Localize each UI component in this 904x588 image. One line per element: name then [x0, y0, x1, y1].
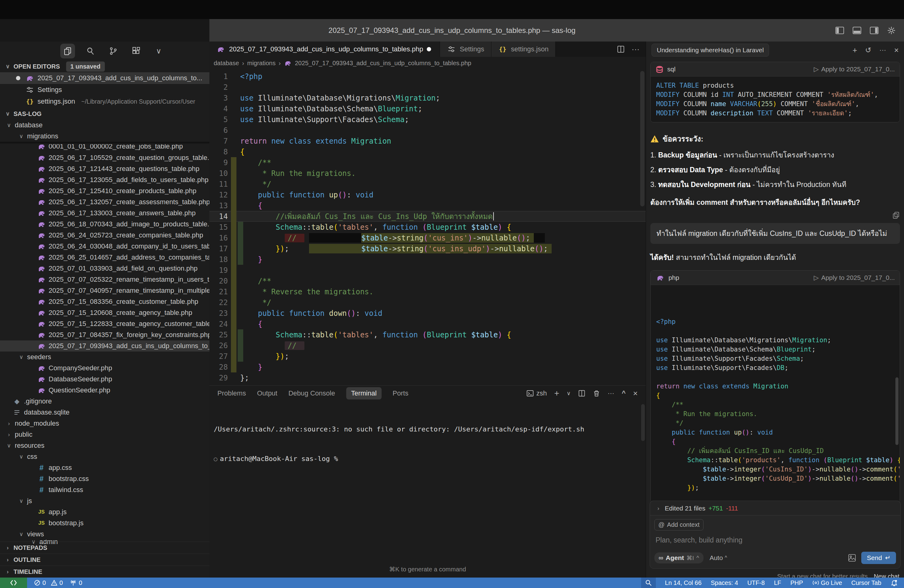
tree-item-2025-07-15-120608-create-agency-table-php[interactable]: 2025_07_15_120608_create_agency_table.ph…	[0, 307, 209, 318]
tree-item-database-sqlite[interactable]: database.sqlite	[0, 407, 209, 418]
code-line-10[interactable]: 10 * Run the migrations.	[209, 168, 646, 179]
tree-item-2025-07-17-093943-add-cus-ins-udp-columns-to-ta-[interactable]: 2025_07_17_093943_add_cus_ins_udp_column…	[0, 340, 209, 351]
apply-button[interactable]: ▷Apply to 2025_07_17_0...	[814, 274, 895, 281]
toggle-bottom-panel-icon[interactable]	[852, 26, 861, 35]
tree-item-app-js[interactable]: JSapp.js	[0, 506, 209, 518]
open-editor-item[interactable]: Settings	[0, 84, 209, 96]
code-line-5[interactable]: 5use Illuminate\Support\Facades\Schema;	[209, 114, 646, 125]
search-icon[interactable]	[83, 44, 98, 58]
apply-button[interactable]: ▷Apply to 2025_07_17_0...	[814, 65, 895, 73]
tree-item-0001-01-01-000002-create-jobs-table-php[interactable]: 0001_01_01_000002_create_jobs_table.php	[0, 144, 209, 152]
history-icon[interactable]: ↺	[865, 46, 871, 54]
code-line-6[interactable]: 6	[209, 125, 646, 136]
encoding-status[interactable]: UTF-8	[747, 579, 765, 586]
tree-item-bootstrap-js[interactable]: JSbootstrap.js	[0, 518, 209, 529]
code-line-29[interactable]: 29};	[209, 372, 646, 383]
project-root-header[interactable]: ∨ SAS-LOG	[0, 108, 209, 120]
code-editor[interactable]: 1<?php23use Illuminate\Database\Migratio…	[209, 71, 646, 385]
editor-scrollbar[interactable]	[640, 71, 645, 206]
code-line-1[interactable]: 1<?php	[209, 71, 646, 82]
code-line-4[interactable]: 4use Illuminate\Database\Schema\Blueprin…	[209, 103, 646, 114]
terminal-output[interactable]: /Users/aritach/.zshrc:source:3: no such …	[209, 401, 646, 484]
sidebar-section-notepads[interactable]: ›NOTEPADS	[0, 542, 209, 553]
chat-input-box[interactable]: @ Add context Plan, search, build anythi…	[650, 515, 901, 569]
code-line-28[interactable]: 28 }	[209, 362, 646, 372]
tree-item-2025-06-24-025723-create-companies-table-php[interactable]: 2025_06_24_025723_create_companies_table…	[0, 230, 209, 241]
cursor-tab-status[interactable]: Cursor Tab	[852, 579, 881, 586]
code-line-11[interactable]: 11 */	[209, 179, 646, 190]
shell-chip[interactable]: zsh	[526, 389, 547, 397]
unsaved-dot-icon[interactable]	[427, 47, 431, 51]
code-scrollbar[interactable]	[895, 377, 898, 445]
open-editor-item[interactable]: {}settings.json~/Library/Application Sup…	[0, 96, 209, 107]
tree-item-js[interactable]: ∨js	[0, 495, 209, 506]
problems-status[interactable]: 0 0	[34, 579, 63, 586]
tab-settings[interactable]: Settings	[440, 41, 492, 57]
add-context-chip[interactable]: @ Add context	[654, 519, 703, 531]
extensions-icon[interactable]	[128, 44, 143, 58]
open-editor-item[interactable]: 2025_07_17_093943_add_cus_ins_udp_column…	[0, 72, 209, 84]
tree-item-2025-06-17-123055-add-fields-to-users-table-php[interactable]: 2025_06_17_123055_add_fields_to_users_ta…	[0, 174, 209, 185]
maximize-panel-icon[interactable]: ^	[622, 389, 626, 397]
tree-item-views[interactable]: ∨views	[0, 529, 209, 540]
tree-item-2025-06-17-105529-create-question-groups-table-php[interactable]: 2025_06_17_105529_create_question_groups…	[0, 152, 209, 163]
chat-input-placeholder[interactable]: Plan, search, build anything	[656, 536, 895, 544]
breadcrumb[interactable]: database › migrations › 2025_07_17_09394…	[209, 57, 650, 69]
code-line-23[interactable]: 23 public function down(): void	[209, 308, 646, 319]
edited-files-summary[interactable]: › Edited 21 files +751 -111	[650, 501, 901, 515]
code-line-13[interactable]: 13 {	[209, 200, 646, 211]
tree-item-2025-07-07-025322-rename-timestamp-in-users-tab-[interactable]: 2025_07_07_025322_rename_timestamp_in_us…	[0, 274, 209, 285]
tree-item--gitignore[interactable]: ◆.gitignore	[0, 396, 209, 407]
tab-terminal[interactable]: Terminal	[346, 387, 382, 400]
sidebar-section-timeline[interactable]: ›TIMELINE	[0, 566, 209, 577]
open-editors-header[interactable]: ∨ OPEN EDITORS 1 unsaved	[0, 60, 209, 72]
tree-item-node-modules[interactable]: ›node_modules	[0, 418, 209, 429]
tree-item-tailwind-css[interactable]: #tailwind.css	[0, 484, 209, 495]
kill-terminal-icon[interactable]	[593, 390, 600, 397]
code-line-24[interactable]: 24 {	[209, 319, 646, 329]
code-line-9[interactable]: 9 /**	[209, 157, 646, 168]
chat-tab[interactable]: Understanding whereHas() in Laravel	[651, 44, 769, 57]
tree-item-2025-06-18-070343-add-image-to-products-table-p-[interactable]: 2025_06_18_070343_add_image_to_products_…	[0, 219, 209, 230]
split-terminal-icon[interactable]	[578, 390, 585, 397]
remote-indicator[interactable]	[0, 577, 27, 588]
zoom-status-icon[interactable]	[641, 577, 656, 588]
tree-item-2025-07-07-040957-rename-timestamp-in-multiple-t-[interactable]: 2025_07_07_040957_rename_timestamp_in_mu…	[0, 285, 209, 296]
new-chat-button[interactable]: New chat	[874, 573, 899, 577]
code-line-26[interactable]: 26 //	[209, 340, 646, 351]
cursor-position-status[interactable]: Ln 14, Col 66	[665, 579, 702, 586]
close-panel-icon[interactable]: ×	[894, 46, 899, 55]
model-selector[interactable]: Auto ^	[710, 554, 727, 561]
breadcrumb-item[interactable]: database	[214, 60, 239, 67]
eol-status[interactable]: LF	[774, 579, 781, 586]
language-status[interactable]: PHP	[790, 579, 803, 586]
code-line-20[interactable]: 20 /**	[209, 275, 646, 286]
inline-suggestion[interactable]: $table->string('cus_ins')->nullable();	[309, 233, 545, 243]
tab-output[interactable]: Output	[257, 389, 277, 397]
chevron-down-icon[interactable]: ∨	[567, 390, 571, 397]
toggle-left-panel-icon[interactable]	[835, 26, 844, 35]
more-actions-icon[interactable]: ···	[879, 46, 886, 54]
more-actions-icon[interactable]: ···	[608, 389, 614, 397]
send-button[interactable]: Send↵	[861, 552, 896, 564]
tree-item-2025-06-24-030048-add-company-id-to-users-tabl-[interactable]: 2025_06_24_030048_add_company_id_to_user…	[0, 241, 209, 252]
tab-migration-file[interactable]: 2025_07_17_093943_add_cus_ins_udp_column…	[209, 41, 440, 57]
chevron-down-icon[interactable]: ∨	[151, 44, 166, 58]
sidebar-section-outline[interactable]: ›OUTLINE	[0, 553, 209, 566]
indentation-status[interactable]: Spaces: 4	[711, 579, 738, 586]
tree-item-questionseeder-php[interactable]: QuestionSeeder.php	[0, 385, 209, 396]
tab-problems[interactable]: Problems	[217, 389, 246, 397]
toggle-right-panel-icon[interactable]	[869, 26, 879, 35]
copy-icon[interactable]	[892, 211, 900, 219]
code-line-25[interactable]: 25 Schema::table('tables', function (Blu…	[209, 329, 646, 340]
code-line-19[interactable]: 19	[209, 265, 646, 275]
tree-item-css[interactable]: ∨css	[0, 451, 209, 462]
terminal-scrollbar[interactable]	[641, 404, 645, 441]
code-line-22[interactable]: 22 */	[209, 297, 646, 308]
tree-item-bootstrap-css[interactable]: #bootstrap.css	[0, 473, 209, 484]
tree-item-companyseeder-php[interactable]: CompanySeeder.php	[0, 363, 209, 374]
tree-item-database[interactable]: ∨database	[0, 120, 209, 131]
tree-item-resources[interactable]: ∨resources	[0, 440, 209, 451]
more-actions-icon[interactable]: ···	[632, 44, 640, 54]
tree-item-2025-07-17-084357-fix-foreign-key-constraints-php[interactable]: 2025_07_17_084357_fix_foreign_key_constr…	[0, 329, 209, 340]
